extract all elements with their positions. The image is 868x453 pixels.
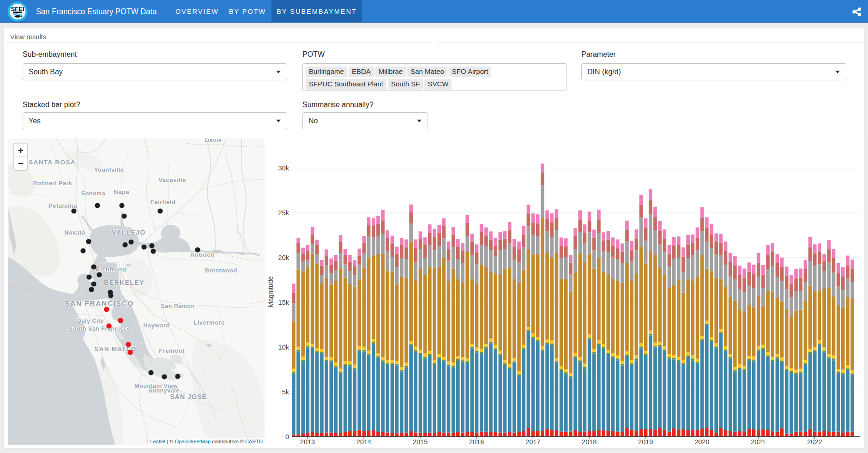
svg-text:Napa: Napa (114, 188, 129, 195)
svg-text:Brentwood: Brentwood (205, 267, 237, 274)
svg-text:2018: 2018 (582, 438, 597, 445)
svg-text:2016: 2016 (469, 438, 484, 445)
svg-text:Hayward: Hayward (143, 322, 170, 329)
svg-text:Davis: Davis (205, 139, 222, 144)
svg-text:Antioch: Antioch (190, 251, 214, 258)
svg-text:5k: 5k (282, 388, 289, 396)
svg-text:2020: 2020 (694, 438, 709, 445)
svg-text:2021: 2021 (751, 438, 766, 445)
svg-text:Novato: Novato (64, 230, 85, 236)
svg-text:15k: 15k (278, 299, 289, 306)
svg-text:SAN FRANCISCO: SAN FRANCISCO (65, 299, 134, 307)
svg-text:Rohnert Park: Rohnert Park (33, 180, 72, 187)
svg-text:2017: 2017 (525, 438, 540, 445)
svg-text:2014: 2014 (356, 438, 371, 445)
svg-text:Leaflet | © OpenStreetMap cont: Leaflet | © OpenStreetMap contributors ©… (150, 439, 263, 444)
svg-text:2022: 2022 (807, 438, 822, 445)
svg-text:South San Francisco: South San Francisco (69, 326, 131, 332)
svg-text:25k: 25k (278, 209, 289, 217)
svg-text:0: 0 (285, 433, 289, 441)
svg-text:10k: 10k (278, 344, 289, 351)
svg-text:Fremont: Fremont (159, 347, 185, 354)
svg-text:20k: 20k (278, 254, 289, 261)
svg-text:Magnitude: Magnitude (267, 276, 274, 308)
svg-text:Fairfield: Fairfield (150, 199, 175, 205)
svg-text:Livermore: Livermore (193, 319, 224, 326)
svg-text:Vacaville: Vacaville (158, 176, 186, 183)
svg-text:Yountville: Yountville (94, 167, 124, 173)
svg-text:2015: 2015 (413, 438, 428, 445)
svg-text:Petaluma: Petaluma (48, 202, 77, 209)
svg-text:San Ramon: San Ramon (161, 303, 194, 309)
svg-text:VALLEJO: VALLEJO (112, 229, 145, 236)
svg-text:Daly City: Daly City (77, 318, 104, 324)
svg-text:SAN JOSE: SAN JOSE (170, 393, 207, 400)
svg-text:SANTA ROSA: SANTA ROSA (29, 159, 76, 166)
svg-text:Richmond: Richmond (96, 266, 127, 273)
svg-text:+: + (18, 145, 24, 156)
svg-text:2019: 2019 (638, 438, 653, 445)
svg-text:SFEI: SFEI (11, 6, 24, 12)
svg-text:30k: 30k (278, 164, 289, 172)
svg-text:Sunnyvale: Sunnyvale (148, 387, 179, 394)
svg-text:Sonoma: Sonoma (81, 190, 106, 197)
svg-text:2013: 2013 (300, 438, 315, 445)
svg-text:−: − (18, 158, 24, 169)
svg-text:BERKELEY: BERKELEY (104, 279, 144, 286)
